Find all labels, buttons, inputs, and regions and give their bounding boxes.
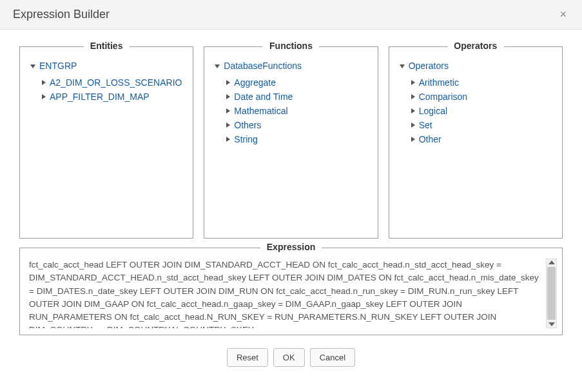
caret-right-icon xyxy=(411,137,415,142)
operators-item-set[interactable]: Set xyxy=(411,118,553,132)
entities-tree: ENTGRP A2_DIM_OR_LOSS_SCENARIO APP_FILTE… xyxy=(29,59,184,104)
tree-label: Arithmetic xyxy=(419,77,459,88)
tree-label: Aggregate xyxy=(234,77,276,88)
entities-legend: Entities xyxy=(84,41,130,51)
caret-right-icon xyxy=(226,108,230,113)
tree-label: String xyxy=(234,134,258,144)
functions-legend: Functions xyxy=(263,41,319,51)
functions-root-node[interactable]: DatabaseFunctions xyxy=(215,59,368,73)
caret-right-icon xyxy=(411,80,415,85)
operators-item-other[interactable]: Other xyxy=(411,132,553,146)
tree-label: ENTGRP xyxy=(39,61,77,71)
operators-root-node[interactable]: Operators xyxy=(400,59,553,73)
operators-legend: Operators xyxy=(447,41,503,51)
caret-down-icon xyxy=(400,64,405,68)
functions-item-aggregate[interactable]: Aggregate xyxy=(226,75,368,90)
expression-scrollbar[interactable] xyxy=(546,259,557,328)
expression-panel: Expression fct_calc_acct_head LEFT OUTER… xyxy=(19,248,563,335)
tree-label: A2_DIM_OR_LOSS_SCENARIO xyxy=(50,77,182,88)
functions-item-others[interactable]: Others xyxy=(226,118,368,132)
scroll-up-icon[interactable] xyxy=(548,260,555,264)
functions-item-string[interactable]: String xyxy=(226,132,368,146)
expression-legend: Expression xyxy=(260,242,322,252)
caret-down-icon xyxy=(30,64,35,68)
caret-right-icon xyxy=(411,94,415,99)
scroll-down-icon[interactable] xyxy=(548,322,555,326)
close-icon: × xyxy=(559,8,567,21)
dialog-header: Expression Builder × xyxy=(0,0,582,30)
tree-label: Comparison xyxy=(419,92,467,102)
tree-label: Set xyxy=(419,120,432,130)
tree-label: Operators xyxy=(409,61,449,71)
caret-right-icon xyxy=(411,108,415,113)
cancel-button[interactable]: Cancel xyxy=(310,348,355,367)
tree-label: Others xyxy=(234,120,261,130)
scroll-thumb[interactable] xyxy=(547,267,556,320)
operators-panel: Operators Operators Arithmetic Compariso… xyxy=(389,46,563,239)
caret-right-icon xyxy=(42,80,46,85)
entities-root-node[interactable]: ENTGRP xyxy=(30,59,184,73)
tree-label: Date and Time xyxy=(234,92,293,102)
expression-inner: fct_calc_acct_head LEFT OUTER JOIN DIM_S… xyxy=(29,259,557,328)
operators-item-logical[interactable]: Logical xyxy=(411,104,553,118)
panels-row: Entities ENTGRP A2_DIM_OR_LOSS_SCENARIO … xyxy=(0,30,582,248)
reset-button[interactable]: Reset xyxy=(227,348,268,367)
caret-right-icon xyxy=(226,122,230,128)
caret-right-icon xyxy=(226,137,230,142)
tree-label: DatabaseFunctions xyxy=(224,61,302,71)
caret-right-icon xyxy=(226,80,230,85)
caret-right-icon xyxy=(226,94,230,99)
operators-item-comparison[interactable]: Comparison xyxy=(411,90,553,104)
ok-button[interactable]: OK xyxy=(273,348,305,367)
functions-panel: Functions DatabaseFunctions Aggregate Da… xyxy=(204,46,378,239)
entities-item-app-filter[interactable]: APP_FILTER_DIM_MAP xyxy=(42,90,184,104)
operators-tree: Operators Arithmetic Comparison Logical xyxy=(398,59,553,146)
entities-item-a2-dim[interactable]: A2_DIM_OR_LOSS_SCENARIO xyxy=(42,75,184,90)
close-button[interactable]: × xyxy=(557,8,569,21)
caret-right-icon xyxy=(411,122,415,128)
functions-tree: DatabaseFunctions Aggregate Date and Tim… xyxy=(213,59,368,146)
tree-label: Other xyxy=(419,134,441,144)
tree-label: Logical xyxy=(419,106,447,116)
functions-item-datetime[interactable]: Date and Time xyxy=(226,90,368,104)
button-row: Reset OK Cancel xyxy=(0,342,582,378)
caret-right-icon xyxy=(42,94,46,99)
tree-label: Mathematical xyxy=(234,106,287,116)
functions-item-mathematical[interactable]: Mathematical xyxy=(226,104,368,118)
dialog-title: Expression Builder xyxy=(13,8,110,21)
entities-panel: Entities ENTGRP A2_DIM_OR_LOSS_SCENARIO … xyxy=(19,46,193,239)
caret-down-icon xyxy=(215,64,220,68)
operators-item-arithmetic[interactable]: Arithmetic xyxy=(411,75,553,90)
tree-label: APP_FILTER_DIM_MAP xyxy=(50,92,150,102)
expression-textarea[interactable]: fct_calc_acct_head LEFT OUTER JOIN DIM_S… xyxy=(29,259,541,328)
